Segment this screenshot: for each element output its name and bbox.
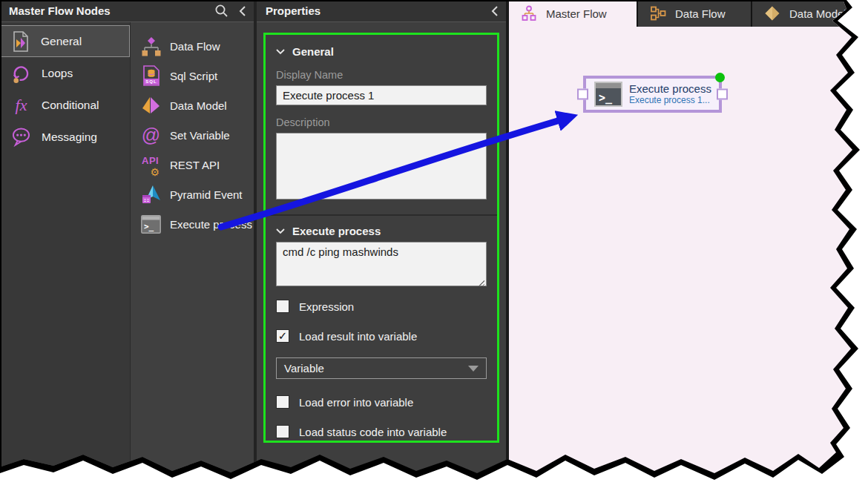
command-textarea[interactable]: cmd /c ping mashwinds bbox=[276, 242, 487, 286]
node-subtitle: Execute process 1... bbox=[629, 96, 711, 106]
svg-text:>_: >_ bbox=[599, 91, 613, 105]
tab-data-model[interactable]: Data Model bbox=[751, 0, 868, 27]
collapse-panel-chevron-left-icon[interactable] bbox=[239, 5, 246, 17]
master-flow-nodes-panel: Master Flow Nodes General bbox=[0, 0, 257, 488]
load-status-checkbox-row[interactable]: Load status code into variable bbox=[276, 425, 487, 438]
app-window: Master Flow Nodes General bbox=[0, 0, 868, 488]
node-type-rest-api[interactable]: API⚙ REST API bbox=[131, 150, 254, 179]
node-type-label: Pyramid Event bbox=[170, 188, 243, 201]
api-gear-icon: API⚙ bbox=[141, 154, 161, 175]
highlight-box: General Display Name Description Execute… bbox=[263, 33, 499, 443]
description-textarea[interactable] bbox=[276, 133, 487, 200]
load-error-checkbox[interactable] bbox=[276, 395, 289, 409]
node-type-execute-process[interactable]: >_ Execute process bbox=[131, 209, 254, 239]
screenshot-frame: Master Flow Nodes General bbox=[0, 0, 868, 488]
execute-process-node[interactable]: >_ Execute process Execute process 1... bbox=[583, 76, 722, 113]
node-type-label: Data Model bbox=[170, 99, 227, 112]
node-type-data-flow[interactable]: Data Flow bbox=[131, 31, 254, 61]
category-label: General bbox=[41, 35, 82, 48]
category-label: Loops bbox=[42, 67, 73, 80]
input-connector[interactable] bbox=[577, 89, 588, 100]
general-section-header[interactable]: General bbox=[276, 45, 487, 58]
general-section-title: General bbox=[292, 45, 334, 58]
collapse-properties-chevron-left-icon[interactable] bbox=[491, 5, 499, 17]
loop-arrow-icon bbox=[11, 63, 31, 84]
node-type-sql-script[interactable]: SQL Sql Script bbox=[131, 61, 254, 90]
canvas-tabbar: Master Flow Data Flow Data Model bbox=[509, 0, 868, 27]
search-icon[interactable] bbox=[214, 4, 228, 18]
at-sign-icon: @ bbox=[141, 125, 161, 145]
category-item-messaging[interactable]: Messaging bbox=[0, 121, 130, 153]
tab-label: Data Flow bbox=[675, 7, 726, 20]
properties-header: Properties bbox=[257, 0, 506, 22]
node-type-label: Sql Script bbox=[170, 70, 217, 82]
category-item-conditional[interactable]: fx Conditional bbox=[0, 89, 130, 121]
general-document-icon bbox=[10, 31, 30, 52]
output-connector[interactable] bbox=[717, 89, 728, 100]
flow-canvas: Master Flow Data Flow Data Model bbox=[509, 0, 868, 488]
chevron-down-icon bbox=[276, 49, 285, 55]
tab-master-flow[interactable]: Master Flow bbox=[509, 0, 637, 27]
execute-section-title: Execute process bbox=[292, 225, 381, 237]
data-flow-tab-icon bbox=[650, 5, 666, 22]
category-list: General Loops fx Conditional bbox=[0, 22, 131, 488]
variable-dropdown-value: Variable bbox=[284, 362, 324, 375]
execute-section-header[interactable]: Execute process bbox=[276, 225, 487, 237]
status-dot bbox=[715, 73, 725, 82]
expression-checkbox-row[interactable]: Expression bbox=[276, 300, 487, 313]
checkbox-label: Load result into variable bbox=[299, 330, 417, 343]
node-type-list: Data Flow SQL Sql Script Data Model bbox=[131, 22, 254, 488]
properties-title: Properties bbox=[266, 4, 320, 17]
node-title: Execute process bbox=[629, 82, 711, 95]
category-item-general[interactable]: General bbox=[0, 25, 130, 57]
category-item-loops[interactable]: Loops bbox=[0, 57, 130, 89]
data-model-icon bbox=[141, 95, 161, 116]
category-label: Messaging bbox=[42, 131, 97, 144]
data-flow-icon bbox=[141, 36, 161, 56]
section-divider bbox=[266, 214, 497, 216]
sql-script-icon: SQL bbox=[141, 65, 161, 86]
checkbox-label: Load status code into variable bbox=[299, 426, 447, 438]
dropdown-chevron-icon bbox=[468, 366, 479, 372]
node-type-label: Set Variable bbox=[170, 129, 230, 142]
data-model-tab-icon bbox=[764, 5, 780, 22]
node-type-label: Data Flow bbox=[170, 40, 220, 53]
master-flow-tab-icon bbox=[521, 5, 537, 22]
node-type-label: Execute process bbox=[170, 218, 252, 231]
load-status-checkbox[interactable] bbox=[276, 425, 289, 438]
svg-text:SQL: SQL bbox=[145, 79, 157, 84]
terminal-icon: >_ bbox=[594, 82, 622, 107]
svg-text:>_: >_ bbox=[144, 222, 154, 231]
nodes-panel-header: Master Flow Nodes bbox=[0, 0, 254, 22]
load-result-checkbox[interactable] bbox=[276, 329, 289, 343]
properties-panel: Properties General Display Name Des bbox=[257, 0, 509, 488]
node-type-pyramid-event[interactable]: Pyramid Event bbox=[131, 179, 254, 209]
display-name-label: Display Name bbox=[276, 69, 487, 81]
expression-checkbox[interactable] bbox=[276, 300, 289, 313]
load-error-checkbox-row[interactable]: Load error into variable bbox=[276, 395, 487, 409]
textarea-resize-grip[interactable] bbox=[477, 279, 484, 286]
checkbox-label: Expression bbox=[299, 300, 354, 313]
canvas-area[interactable]: >_ Execute process Execute process 1... bbox=[509, 27, 868, 488]
nodes-panel-title: Master Flow Nodes bbox=[9, 4, 111, 17]
checkbox-label: Load error into variable bbox=[299, 396, 413, 409]
pyramid-event-icon bbox=[141, 184, 161, 205]
tab-data-flow[interactable]: Data Flow bbox=[637, 0, 751, 27]
tab-label: Master Flow bbox=[546, 7, 607, 20]
category-label: Conditional bbox=[42, 99, 99, 112]
fx-function-icon: fx bbox=[11, 95, 31, 116]
node-type-set-variable[interactable]: @ Set Variable bbox=[131, 120, 254, 150]
variable-dropdown[interactable]: Variable bbox=[276, 357, 487, 379]
speech-bubble-icon bbox=[11, 127, 31, 148]
node-type-label: REST API bbox=[170, 159, 220, 171]
display-name-input[interactable] bbox=[276, 85, 487, 105]
node-type-data-model[interactable]: Data Model bbox=[131, 90, 254, 120]
description-label: Description bbox=[276, 116, 487, 128]
load-result-checkbox-row[interactable]: Load result into variable bbox=[276, 329, 487, 343]
terminal-icon: >_ bbox=[141, 214, 161, 234]
chevron-down-icon bbox=[276, 228, 285, 234]
